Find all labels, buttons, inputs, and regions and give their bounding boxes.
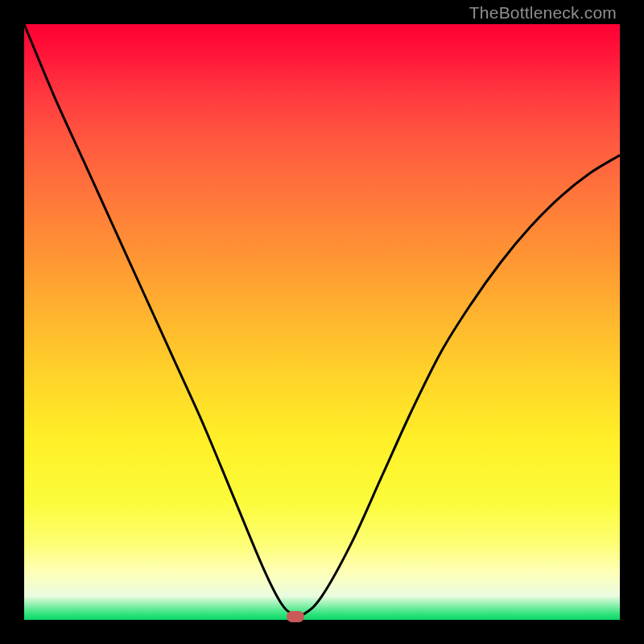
watermark-text: TheBottleneck.com xyxy=(469,3,617,23)
chart-frame: TheBottleneck.com xyxy=(0,0,644,644)
bottleneck-curve xyxy=(24,24,620,620)
optimum-marker xyxy=(287,611,304,622)
curve-line xyxy=(24,24,620,616)
